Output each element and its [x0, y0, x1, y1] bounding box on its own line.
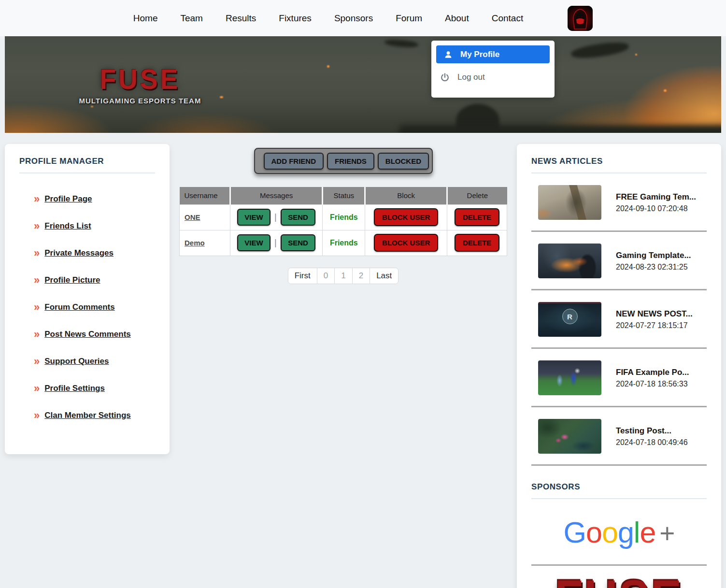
article-date: 2024-09-10 07:20:48 — [616, 204, 696, 213]
menu-item-logout[interactable]: Log out — [436, 68, 550, 87]
tab-add-friend[interactable]: ADD FRIEND — [264, 153, 324, 170]
block-user-button[interactable]: BLOCK USER — [374, 208, 438, 226]
ember — [635, 54, 637, 56]
friends-manager-main: ADD FRIEND FRIENDS BLOCKED Username Mess… — [170, 144, 517, 284]
user-avatar[interactable] — [568, 6, 593, 31]
article-text: Gaming Template... 2024-08-23 02:31:25 — [616, 251, 691, 272]
article-text: FREE Gaming Tem... 2024-09-10 07:20:48 — [616, 192, 696, 213]
article-title: Gaming Template... — [616, 251, 691, 260]
sidebar-item-profile-settings[interactable]: » Profile Settings — [19, 383, 155, 394]
sponsors-title: SPONSORS — [531, 482, 707, 492]
send-button[interactable]: SEND — [281, 209, 315, 226]
article-text: NEW NEWS POST... 2024-07-27 18:15:17 — [616, 309, 693, 330]
nav-item-home[interactable]: Home — [133, 13, 158, 24]
google-letter: G — [564, 516, 586, 549]
news-article[interactable]: R NEW NEWS POST... 2024-07-27 18:15:17 — [531, 290, 707, 347]
pagination-first[interactable]: First — [288, 268, 317, 284]
divider — [531, 498, 707, 499]
sidebar-item-profile-picture[interactable]: » Profile Picture — [19, 275, 155, 286]
tab-blocked[interactable]: BLOCKED — [378, 153, 429, 170]
tab-friends[interactable]: FRIENDS — [327, 153, 374, 170]
profile-dropdown-menu: My Profile Log out — [431, 41, 555, 98]
pagination-last[interactable]: Last — [370, 268, 398, 284]
banner-tagline: MULTIGAMING ESPORTS TEAM — [68, 97, 213, 105]
table-row: ONE VIEW | SEND Friends BLOCK USER DELET… — [180, 204, 507, 230]
sidebar-item-clan-member-settings[interactable]: » Clan Member Settings — [19, 410, 155, 421]
view-button[interactable]: VIEW — [237, 234, 270, 251]
friends-table-header: Username Messages Status Block Delete — [180, 187, 507, 204]
send-button[interactable]: SEND — [281, 234, 315, 251]
sidebar-link: Friends List — [44, 221, 91, 231]
status-badge: Friends — [330, 213, 358, 221]
double-chevron-icon: » — [34, 275, 40, 286]
nav-item-results[interactable]: Results — [226, 13, 256, 24]
nav-item-contact[interactable]: Contact — [492, 13, 523, 24]
my-profile-label: My Profile — [460, 50, 499, 59]
logout-label: Log out — [457, 72, 485, 82]
pagination-page-2[interactable]: 2 — [353, 268, 370, 284]
news-title: NEWS ARTICLES — [531, 157, 707, 166]
pagination-page-0[interactable]: 0 — [317, 268, 335, 284]
pagination: First 0 1 2 Last — [288, 268, 399, 284]
ground-silhouette — [399, 125, 721, 133]
person-icon — [444, 50, 453, 59]
helicopter-silhouette — [384, 39, 419, 48]
sidebar-item-post-news-comments[interactable]: » Post News Comments — [19, 329, 155, 340]
sidebar-link: Profile Settings — [44, 384, 105, 393]
pagination-page-1[interactable]: 1 — [335, 268, 352, 284]
fuse-banner-logo: FUSE MULTIGAMING ESPORTS TEAM — [68, 66, 213, 105]
google-letter: e — [640, 516, 655, 549]
profile-manager-sidebar: PROFILE MANAGER » Profile Page » Friends… — [5, 144, 170, 454]
sidebar-link: Clan Member Settings — [44, 411, 131, 420]
ember — [220, 96, 223, 98]
sidebar-link: Profile Picture — [44, 275, 100, 285]
news-article[interactable]: FIFA Example Po... 2024-07-18 18:56:33 — [531, 349, 707, 406]
nav-item-team[interactable]: Team — [180, 13, 202, 24]
hero-banner: FUSE MULTIGAMING ESPORTS TEAM — [5, 36, 721, 133]
sidebar-link: Forum Comments — [44, 302, 114, 312]
article-date: 2024-07-27 18:15:17 — [616, 321, 693, 330]
sidebar-link: Support Queries — [44, 357, 109, 366]
news-article[interactable]: Testing Post... 2024-07-18 00:49:46 — [531, 407, 707, 464]
double-chevron-icon: » — [34, 383, 40, 394]
news-article[interactable]: Gaming Template... 2024-08-23 02:31:25 — [531, 232, 707, 289]
block-user-button[interactable]: BLOCK USER — [374, 234, 438, 252]
sidebar-item-friends-list[interactable]: » Friends List — [19, 221, 155, 231]
sidebar-item-support-queries[interactable]: » Support Queries — [19, 356, 155, 367]
nav-item-about[interactable]: About — [445, 13, 469, 24]
article-title: NEW NEWS POST... — [616, 309, 693, 319]
delete-button[interactable]: DELETE — [455, 208, 499, 226]
delete-button[interactable]: DELETE — [455, 234, 499, 252]
menu-item-my-profile[interactable]: My Profile — [436, 45, 550, 63]
google-letter: l — [634, 516, 640, 549]
username-link[interactable]: ONE — [185, 213, 200, 221]
top-navigation: Home Team Results Fixtures Sponsors Foru… — [0, 0, 726, 36]
sidebar-item-private-messages[interactable]: » Private Messages — [19, 248, 155, 258]
double-chevron-icon: » — [34, 248, 40, 258]
article-thumbnail — [538, 360, 601, 395]
double-chevron-icon: » — [34, 221, 40, 231]
double-chevron-icon: » — [34, 194, 40, 204]
sponsor-google-plus-logo[interactable]: Google+ — [531, 514, 707, 552]
article-date: 2024-07-18 00:49:46 — [616, 438, 688, 447]
sidebar-item-profile-page[interactable]: » Profile Page — [19, 194, 155, 204]
nav-item-forum[interactable]: Forum — [396, 13, 422, 24]
news-article[interactable]: FREE Gaming Tem... 2024-09-10 07:20:48 — [531, 173, 707, 230]
article-text: Testing Post... 2024-07-18 00:49:46 — [616, 426, 688, 447]
sponsor-fuse-logo[interactable]: FUSE — [531, 573, 707, 588]
article-date: 2024-08-23 02:31:25 — [616, 263, 691, 272]
col-delete: Delete — [447, 187, 507, 204]
hooded-figure-avatar-image — [568, 6, 593, 31]
helicopter-silhouette — [570, 40, 629, 60]
article-title: Testing Post... — [616, 426, 688, 436]
sidebar-item-forum-comments[interactable]: » Forum Comments — [19, 302, 155, 313]
nav-item-sponsors[interactable]: Sponsors — [334, 13, 373, 24]
google-letter: g — [618, 516, 634, 549]
view-button[interactable]: VIEW — [237, 209, 270, 226]
ember — [91, 106, 93, 107]
nav-item-fixtures[interactable]: Fixtures — [279, 13, 312, 24]
nav-links: Home Team Results Fixtures Sponsors Foru… — [133, 13, 523, 24]
google-plus-sign: + — [659, 518, 674, 548]
username-link[interactable]: Demo — [185, 239, 205, 247]
col-block: Block — [365, 187, 447, 204]
